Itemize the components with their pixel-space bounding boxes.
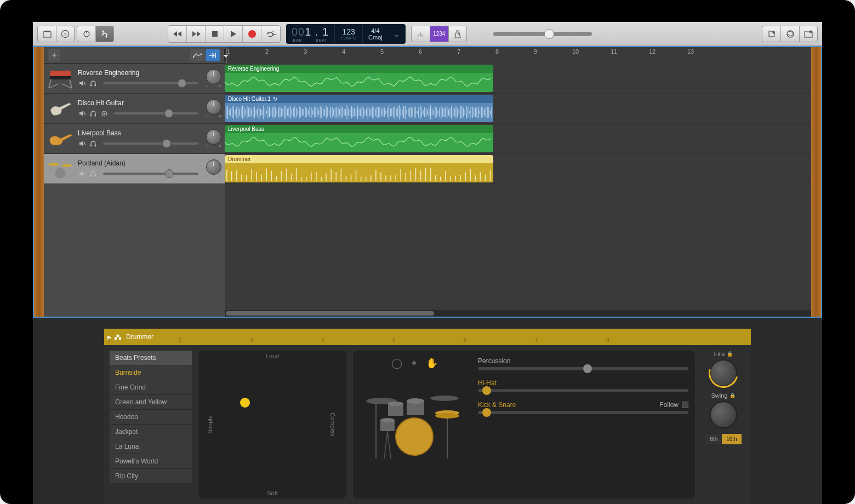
swing-tab[interactable]: 16th [722, 434, 741, 444]
xy-pad[interactable]: Loud Soft Simple Complex [198, 351, 346, 499]
record-button[interactable] [243, 26, 261, 42]
track-header[interactable]: Disco Hit Guitar LR [44, 94, 225, 124]
percussion-thumb[interactable] [583, 364, 592, 373]
regions-area[interactable]: Reverse Engineering Disco Hit Guitar.1↻ … [225, 64, 811, 317]
smart-controls-button[interactable] [77, 26, 95, 42]
master-volume-slider[interactable] [493, 32, 592, 36]
swing-tab[interactable]: 8th [705, 434, 722, 444]
presets-header: Beats Presets [110, 351, 192, 365]
lock-icon[interactable]: 🔒 [729, 393, 736, 398]
notepad-button[interactable] [762, 26, 780, 42]
tuner-button[interactable] [411, 26, 430, 42]
loop-browser-button[interactable] [780, 26, 799, 42]
handclap-icon[interactable]: ✋ [426, 357, 438, 369]
timesig-value[interactable]: 4/4 [371, 27, 379, 34]
mute-button[interactable] [78, 79, 87, 88]
forward-button[interactable] [187, 26, 206, 42]
lock-icon[interactable]: 🔒 [727, 351, 733, 357]
headphones-button[interactable] [89, 79, 98, 88]
fills-label: Fills [714, 351, 725, 357]
stop-button[interactable] [206, 26, 224, 42]
add-track-button[interactable]: + [48, 49, 60, 61]
track-header[interactable]: Reverse Engineering LR [44, 64, 225, 94]
region-row[interactable]: Disco Hit Guitar.1↻ [225, 94, 811, 124]
catch-playhead-button[interactable] [206, 49, 220, 61]
region-row[interactable]: Liverpool Bass [225, 124, 811, 154]
scrollbar-thumb[interactable] [226, 311, 434, 316]
preset-item[interactable]: Hoodoo [110, 409, 192, 424]
drum-kit-visual[interactable]: ◯ ✦ ✋ [360, 357, 469, 492]
track-volume-thumb[interactable] [165, 169, 174, 178]
region-row[interactable]: Reverse Engineering [225, 64, 811, 94]
track-volume-thumb[interactable] [164, 109, 173, 118]
pan-knob[interactable] [206, 129, 221, 145]
editor-ruler[interactable]: ▶ Drummer 12345678 [104, 329, 751, 345]
preset-item[interactable]: Rip City [110, 468, 192, 483]
editor-title: Drummer [124, 333, 153, 341]
ruler-bar-number: 6 [419, 48, 422, 55]
mute-button[interactable] [78, 109, 87, 118]
track-header[interactable]: Portland (Aidan) LR [44, 154, 225, 184]
fills-knob[interactable] [710, 359, 737, 387]
shaker-icon[interactable]: ✦ [410, 357, 418, 369]
master-volume-thumb[interactable] [544, 29, 554, 39]
rewind-button[interactable] [168, 26, 187, 42]
hihat-slider[interactable] [478, 389, 688, 392]
media-browser-button[interactable]: ♪ [799, 26, 818, 42]
loop-icon: ↻ [273, 96, 277, 102]
preset-item[interactable]: Fine Grind [110, 380, 192, 394]
preset-item[interactable]: La Luna [110, 439, 192, 454]
mute-button[interactable] [78, 139, 87, 148]
svg-point-37 [62, 164, 72, 167]
library-button[interactable] [37, 26, 56, 42]
swing-knob[interactable] [710, 401, 737, 428]
track-volume-slider[interactable] [103, 142, 198, 145]
tempo-value[interactable]: 123 [342, 27, 355, 36]
track-name: Liverpool Bass [78, 129, 202, 137]
track-volume-slider[interactable] [114, 112, 198, 114]
key-value[interactable]: Cmaj [368, 34, 383, 41]
input-monitor-button[interactable] [100, 109, 109, 118]
region-row[interactable]: Drummer [225, 154, 811, 184]
track-volume-slider[interactable] [103, 82, 198, 84]
track-header[interactable]: Liverpool Bass LR [44, 124, 225, 154]
automation-button[interactable] [190, 49, 204, 61]
pan-knob[interactable] [206, 159, 221, 175]
region[interactable]: Reverse Engineering [225, 65, 493, 92]
percussion-slider[interactable] [478, 367, 688, 370]
svg-rect-39 [50, 168, 56, 172]
xy-puck[interactable] [240, 398, 250, 408]
horizontal-scrollbar[interactable] [225, 310, 811, 317]
hihat-thumb[interactable] [482, 386, 491, 395]
kicksnare-thumb[interactable] [482, 408, 491, 417]
pan-knob[interactable] [206, 69, 221, 84]
region[interactable]: Disco Hit Guitar.1↻ [225, 95, 493, 122]
headphones-button[interactable] [89, 109, 98, 118]
quick-help-button[interactable]: ? [56, 26, 75, 42]
pan-knob[interactable] [206, 99, 221, 114]
preset-item[interactable]: Burnside [110, 365, 192, 380]
metronome-button[interactable] [448, 26, 467, 42]
editors-button[interactable] [95, 26, 114, 42]
count-in-button[interactable]: 1234 [430, 26, 448, 42]
region[interactable]: Drummer [225, 155, 493, 182]
editor-ruler-number: 1 [107, 337, 111, 343]
track-volume-thumb[interactable] [178, 79, 186, 88]
presets-list: BurnsideFine GrindGreen and YellowHoodoo… [110, 365, 192, 483]
tambourine-icon[interactable]: ◯ [391, 357, 402, 369]
preset-item[interactable]: Powell's World [110, 454, 192, 468]
region[interactable]: Liverpool Bass [225, 125, 493, 152]
preset-item[interactable]: Jackpot [110, 424, 192, 439]
track-volume-thumb[interactable] [162, 139, 171, 148]
mute-button[interactable] [78, 169, 87, 178]
kicksnare-slider[interactable] [478, 411, 688, 414]
cycle-button[interactable] [261, 26, 280, 42]
preset-item[interactable]: Green and Yellow [110, 394, 192, 409]
headphones-button[interactable] [89, 139, 98, 148]
track-volume-slider[interactable] [103, 173, 198, 175]
follow-checkbox[interactable] [682, 402, 688, 408]
play-button[interactable] [224, 26, 243, 42]
headphones-button[interactable] [89, 169, 98, 178]
lcd-dropdown-icon[interactable]: ⌄ [388, 24, 406, 44]
timeline-ruler[interactable]: 12345678910111213 [225, 47, 811, 64]
